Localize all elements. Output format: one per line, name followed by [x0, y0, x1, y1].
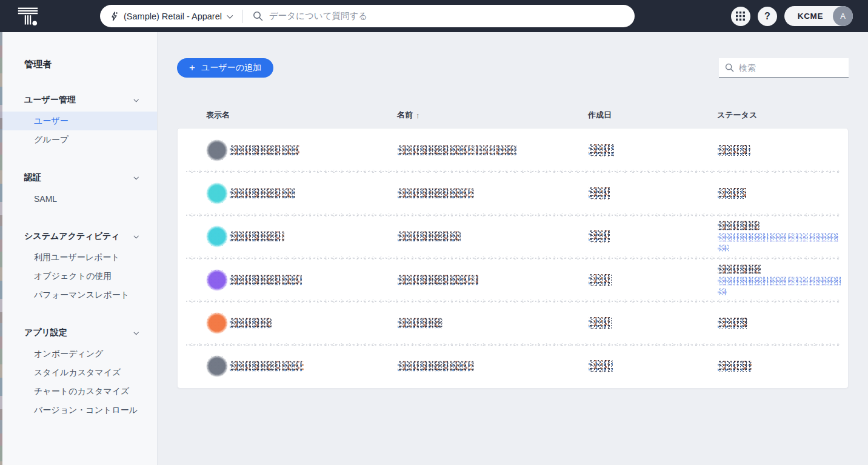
- sidebar-item-label: オブジェクトの使用: [34, 271, 112, 282]
- redacted-created-date: [589, 274, 612, 286]
- sidebar-item[interactable]: スタイルカスタマイズ: [0, 363, 157, 382]
- chevron-down-icon: [133, 175, 138, 179]
- sidebar-item-label: チャートのカスタマイズ: [34, 386, 129, 397]
- redacted-display-name: [230, 232, 284, 242]
- table-search-input[interactable]: [739, 63, 843, 73]
- redacted-display-name: [230, 318, 272, 328]
- ask-data-placeholder: データについて質問する: [269, 10, 367, 22]
- redacted-status: [718, 221, 839, 252]
- help-icon: ?: [764, 11, 770, 22]
- redacted-status-text: [718, 221, 760, 230]
- sidebar-section-header[interactable]: ユーザー管理: [0, 89, 157, 112]
- grid-icon: [736, 12, 745, 21]
- sidebar-section-label: アプリ設定: [24, 327, 67, 338]
- data-source-selector[interactable]: (Sample) Retail - Apparel: [110, 12, 232, 21]
- omnibox: (Sample) Retail - Apparel データについて質問する: [100, 5, 635, 27]
- users-main: + ユーザーの追加 表示名名前↑作成日ステータス: [158, 32, 868, 465]
- table-header: 表示名名前↑作成日ステータス: [177, 106, 849, 128]
- topbar: (Sample) Retail - Apparel データについて質問する ?: [0, 0, 868, 32]
- table-row[interactable]: [178, 301, 848, 344]
- column-header[interactable]: 名前↑: [397, 110, 420, 121]
- redacted-created-date: [589, 317, 612, 329]
- redacted-status: [718, 188, 746, 199]
- sidebar-item[interactable]: ユーザー: [0, 112, 157, 130]
- table-row[interactable]: [178, 258, 848, 301]
- redacted-status: [718, 145, 750, 156]
- add-user-button[interactable]: + ユーザーの追加: [177, 58, 273, 78]
- column-header-label: 作成日: [588, 110, 612, 121]
- redacted-name: [398, 361, 474, 372]
- sidebar-section-header[interactable]: 認証: [0, 166, 157, 189]
- redacted-status-link[interactable]: [718, 288, 727, 295]
- sidebar-item[interactable]: パフォーマンスレポート: [0, 286, 157, 304]
- ask-data-search[interactable]: データについて質問する: [253, 10, 625, 22]
- redacted-status: [718, 361, 752, 372]
- sidebar-item-label: パフォーマンスレポート: [34, 290, 129, 301]
- table-row[interactable]: [178, 345, 848, 388]
- sidebar-item[interactable]: グループ: [0, 130, 157, 149]
- sort-ascending-icon: ↑: [416, 111, 420, 120]
- redacted-created-date: [589, 187, 610, 199]
- redacted-created-date: [589, 360, 613, 372]
- sidebar-section-label: ユーザー管理: [24, 95, 76, 105]
- chevron-down-icon: [133, 233, 138, 238]
- search-icon: [725, 63, 734, 72]
- chevron-down-icon: [133, 330, 138, 335]
- redacted-status-text: [718, 264, 761, 273]
- table-row[interactable]: [178, 215, 848, 258]
- thoughtspot-logo-icon: [17, 5, 39, 28]
- sidebar-item[interactable]: オブジェクトの使用: [0, 267, 157, 286]
- column-header-label: ステータス: [717, 110, 757, 121]
- redacted-status-link[interactable]: [718, 276, 842, 285]
- user-avatar: [206, 182, 228, 204]
- user-avatar: [206, 269, 228, 291]
- sidebar-item[interactable]: SAML: [0, 189, 157, 208]
- thoughtspot-logo[interactable]: [16, 4, 40, 28]
- redacted-name: [398, 232, 461, 242]
- table-search[interactable]: [719, 58, 849, 78]
- redacted-status: [718, 318, 749, 329]
- sidebar-section-label: 認証: [24, 172, 41, 183]
- sidebar-item[interactable]: オンボーディング: [0, 344, 157, 363]
- admin-sidebar: 管理者 ユーザー管理ユーザーグループ認証SAMLシステムアクティビティ利用ユーザ…: [0, 32, 158, 465]
- account-pill[interactable]: KCME A: [784, 6, 853, 26]
- user-avatar: [206, 226, 228, 247]
- avatar: A: [833, 6, 853, 26]
- table-toolbar: + ユーザーの追加: [177, 58, 849, 78]
- user-avatar: [206, 312, 228, 334]
- column-header-label: 名前: [397, 110, 413, 121]
- sidebar-item[interactable]: 利用ユーザーレポート: [0, 248, 157, 267]
- sidebar-item-label: スタイルカスタマイズ: [34, 367, 121, 378]
- column-header[interactable]: ステータス: [717, 110, 757, 121]
- redacted-display-name: [230, 361, 304, 372]
- table-row[interactable]: [178, 172, 848, 215]
- redacted-name: [398, 145, 516, 155]
- table-row[interactable]: [178, 129, 848, 172]
- redacted-name: [398, 275, 478, 285]
- chevron-down-icon: [227, 13, 233, 19]
- sidebar-section: ユーザー管理ユーザーグループ: [0, 89, 157, 149]
- column-header[interactable]: 作成日: [588, 110, 612, 121]
- redacted-status-link[interactable]: [718, 233, 839, 242]
- sidebar-item-label: バージョン・コントロール: [34, 405, 138, 416]
- redacted-status-link[interactable]: [718, 245, 729, 252]
- redacted-status: [718, 264, 842, 295]
- user-avatar: [206, 139, 228, 161]
- sidebar-section: 認証SAML: [0, 166, 157, 208]
- sidebar-section: アプリ設定オンボーディングスタイルカスタマイズチャートのカスタマイズバージョン・…: [0, 321, 157, 420]
- apps-button[interactable]: [731, 7, 750, 26]
- column-header[interactable]: 表示名: [206, 110, 230, 121]
- help-button[interactable]: ?: [758, 7, 777, 26]
- search-icon: [253, 11, 263, 21]
- plus-icon: +: [189, 62, 195, 74]
- sidebar-item-label: グループ: [34, 135, 68, 146]
- sidebar-item[interactable]: チャートのカスタマイズ: [0, 382, 157, 401]
- sidebar-item-label: ユーザー: [34, 116, 68, 127]
- spark-icon: [110, 12, 118, 21]
- sidebar-item[interactable]: バージョン・コントロール: [0, 401, 157, 420]
- data-source-label: (Sample) Retail - Apparel: [124, 12, 222, 21]
- omnibox-divider: [242, 10, 243, 23]
- sidebar-section-header[interactable]: システムアクティビティ: [0, 225, 157, 248]
- sidebar-section-header[interactable]: アプリ設定: [0, 321, 157, 344]
- topbar-actions: ? KCME A: [731, 6, 853, 26]
